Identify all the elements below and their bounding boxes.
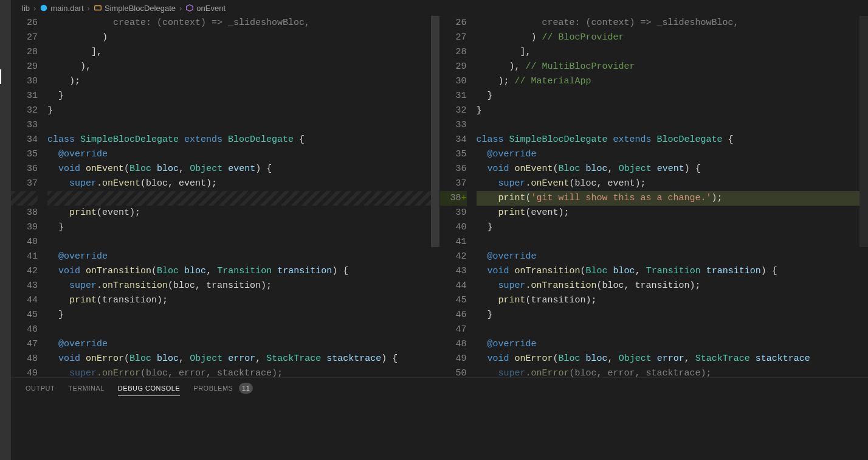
code-line[interactable]: super.onTransition(bloc, transition); bbox=[47, 279, 439, 293]
scrollbar[interactable] bbox=[431, 16, 439, 377]
panel-tab-terminal[interactable]: TERMINAL bbox=[68, 385, 105, 392]
code-line[interactable]: super.onEvent(bloc, event); bbox=[477, 176, 869, 191]
chevron-right-icon: › bbox=[33, 4, 36, 13]
code-line[interactable]: } bbox=[477, 308, 869, 322]
code-line[interactable]: void onError(Bloc bloc, Object error, St… bbox=[477, 352, 869, 366]
method-icon bbox=[185, 4, 194, 12]
editor-pane-right[interactable]: 26272829303132333435363738+3940414243444… bbox=[439, 16, 869, 377]
activity-active-indicator bbox=[0, 69, 1, 84]
code-line[interactable]: super.onError(bloc, error, stacktrace); bbox=[47, 366, 439, 377]
code-line[interactable]: print(event); bbox=[477, 206, 869, 220]
breadcrumbs: lib › main.dart › SimpleBlocDelegate › o… bbox=[11, 0, 868, 16]
panel-tab-output[interactable]: OUTPUT bbox=[26, 385, 55, 392]
code-line[interactable]: ], bbox=[47, 45, 439, 60]
code-left[interactable]: create: (context) => _slideshowBloc, ) ]… bbox=[47, 16, 439, 377]
code-line[interactable]: ) bbox=[47, 30, 439, 45]
code-line[interactable]: super.onEvent(bloc, event); bbox=[47, 176, 439, 191]
breadcrumb-method[interactable]: onEvent bbox=[185, 4, 226, 13]
breadcrumb-class[interactable]: SimpleBlocDelegate bbox=[94, 4, 176, 13]
code-line[interactable]: ), // MultiBlocProvider bbox=[477, 60, 869, 74]
code-line[interactable]: void onTransition(Bloc bloc, Transition … bbox=[47, 264, 439, 279]
code-line[interactable]: create: (context) => _slideshowBloc, bbox=[47, 16, 439, 30]
code-line[interactable]: print(transition); bbox=[477, 293, 869, 308]
svg-rect-1 bbox=[95, 6, 102, 10]
breadcrumb-folder[interactable]: lib bbox=[22, 4, 30, 13]
code-line[interactable]: class SimpleBlocDelegate extends BlocDel… bbox=[47, 133, 439, 147]
code-line[interactable]: } bbox=[47, 89, 439, 103]
activity-bar[interactable] bbox=[0, 0, 11, 460]
gutter-right: 26272829303132333435363738+3940414243444… bbox=[440, 16, 477, 377]
code-line[interactable]: ); bbox=[47, 74, 439, 89]
code-line[interactable]: } bbox=[47, 308, 439, 322]
code-line[interactable]: class SimpleBlocDelegate extends BlocDel… bbox=[477, 133, 869, 147]
code-line[interactable] bbox=[477, 235, 869, 249]
code-line[interactable]: print(event); bbox=[47, 206, 439, 220]
code-line[interactable]: super.onTransition(bloc, transition); bbox=[477, 279, 869, 293]
problems-count-badge: 11 bbox=[239, 383, 253, 394]
code-line[interactable]: } bbox=[477, 103, 869, 118]
code-line[interactable]: ); // MaterialApp bbox=[477, 74, 869, 89]
bottom-panel: OUTPUT TERMINAL DEBUG CONSOLE PROBLEMS 1… bbox=[11, 377, 868, 460]
code-line[interactable]: } bbox=[47, 103, 439, 118]
panel-tab-problems[interactable]: PROBLEMS 11 bbox=[193, 383, 253, 394]
dart-file-icon bbox=[40, 4, 48, 12]
code-line[interactable] bbox=[47, 235, 439, 249]
code-line[interactable] bbox=[477, 118, 869, 133]
gutter-left: 2627282930313233343536373839404142434445… bbox=[11, 16, 47, 377]
code-right[interactable]: create: (context) => _slideshowBloc, ) /… bbox=[477, 16, 869, 377]
code-line[interactable]: ], bbox=[477, 45, 869, 60]
chevron-right-icon: › bbox=[179, 4, 182, 13]
code-line[interactable]: super.onError(bloc, error, stacktrace); bbox=[477, 366, 869, 377]
code-line[interactable]: print(transition); bbox=[47, 293, 439, 308]
code-line[interactable]: @override bbox=[477, 147, 869, 162]
svg-point-0 bbox=[41, 5, 47, 12]
code-line[interactable] bbox=[47, 191, 439, 206]
code-line[interactable]: void onTransition(Bloc bloc, Transition … bbox=[477, 264, 869, 279]
code-line[interactable]: void onEvent(Bloc bloc, Object event) { bbox=[477, 162, 869, 176]
code-line[interactable]: @override bbox=[47, 249, 439, 264]
breadcrumb-file[interactable]: main.dart bbox=[40, 4, 83, 13]
code-line[interactable] bbox=[477, 322, 869, 337]
scrollbar[interactable] bbox=[859, 16, 868, 377]
code-line[interactable]: ), bbox=[47, 60, 439, 74]
code-line[interactable] bbox=[47, 322, 439, 337]
chevron-right-icon: › bbox=[88, 4, 90, 13]
code-line[interactable]: create: (context) => _slideshowBloc, bbox=[477, 16, 869, 30]
code-line[interactable]: @override bbox=[47, 337, 439, 352]
editor-pane-left[interactable]: 2627282930313233343536373839404142434445… bbox=[11, 16, 439, 377]
code-line[interactable] bbox=[47, 118, 439, 133]
code-line[interactable]: void onError(Bloc bloc, Object error, St… bbox=[47, 352, 439, 366]
code-line[interactable]: void onEvent(Bloc bloc, Object event) { bbox=[47, 162, 439, 176]
code-line[interactable]: @override bbox=[477, 249, 869, 264]
code-line[interactable]: } bbox=[477, 89, 869, 103]
code-line[interactable]: } bbox=[47, 220, 439, 235]
code-line[interactable]: @override bbox=[477, 337, 869, 352]
code-line[interactable]: } bbox=[477, 220, 869, 235]
code-line[interactable]: ) // BlocProvider bbox=[477, 30, 869, 45]
code-line[interactable]: print('git will show this as a change.')… bbox=[477, 191, 869, 206]
class-icon bbox=[94, 4, 102, 12]
code-line[interactable]: @override bbox=[47, 147, 439, 162]
panel-tab-debug[interactable]: DEBUG CONSOLE bbox=[118, 385, 180, 396]
